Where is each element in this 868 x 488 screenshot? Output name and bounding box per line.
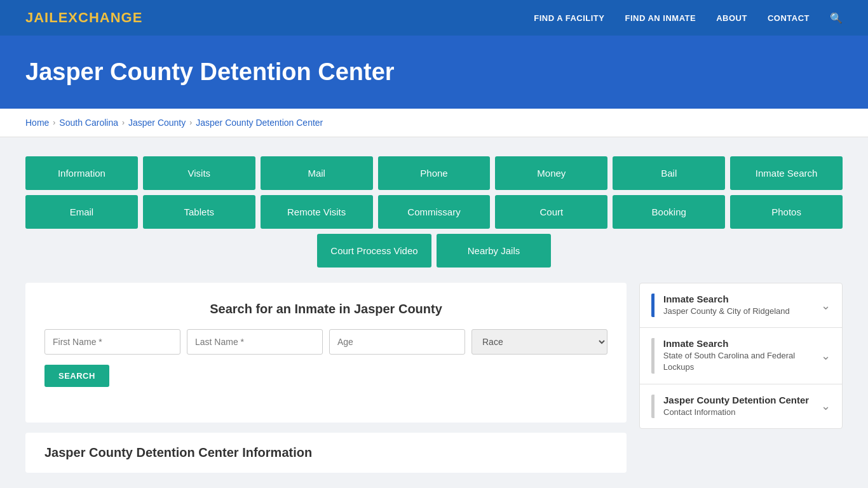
search-button[interactable]: SEARCH <box>44 365 109 387</box>
nav-buttons-row-3: Court Process Video Nearby Jails <box>25 234 843 268</box>
search-box: Search for an Inmate in Jasper County Ra… <box>25 283 627 423</box>
header: JAILEXCHANGE FIND A FACILITY FIND AN INM… <box>0 0 868 36</box>
sidebar-item-subtitle-1: Jasper County & City of Ridgeland <box>663 306 790 317</box>
btn-nearby-jails[interactable]: Nearby Jails <box>437 234 551 268</box>
btn-court[interactable]: Court <box>495 195 607 229</box>
search-icon[interactable]: 🔍 <box>830 12 843 24</box>
breadcrumb-sep-1: › <box>53 118 55 127</box>
sidebar-item-inmate-search-1[interactable]: Inmate Search Jasper County & City of Ri… <box>640 283 842 328</box>
main-wrapper: Information Visits Mail Phone Money Bail… <box>0 137 868 488</box>
sidebar-item-row-2: Inmate Search State of South Carolina an… <box>651 338 821 373</box>
sidebar-item-text-3: Jasper County Detention Center Contact I… <box>663 395 809 418</box>
chevron-icon-2: ⌄ <box>821 349 831 363</box>
search-title: Search for an Inmate in Jasper County <box>44 302 607 316</box>
content-area: Search for an Inmate in Jasper County Ra… <box>25 283 843 473</box>
sidebar-accent-2 <box>651 338 654 373</box>
bottom-info-title: Jasper County Detention Center Informati… <box>44 445 607 460</box>
sidebar-accent-3 <box>651 395 654 418</box>
btn-visits[interactable]: Visits <box>143 156 255 190</box>
chevron-icon-1: ⌄ <box>821 299 831 313</box>
race-select[interactable]: Race White Black Hispanic Asian <box>471 329 607 355</box>
breadcrumb-sep-2: › <box>122 118 125 127</box>
sidebar-item-subtitle-3: Contact Information <box>663 407 809 418</box>
left-column: Search for an Inmate in Jasper County Ra… <box>25 283 627 473</box>
sidebar-item-title-2: Inmate Search <box>663 338 821 349</box>
breadcrumb-county[interactable]: Jasper County <box>128 118 186 128</box>
sidebar-item-title-3: Jasper County Detention Center <box>663 395 809 405</box>
sidebar-item-title-1: Inmate Search <box>663 294 790 304</box>
btn-photos[interactable]: Photos <box>730 195 843 229</box>
breadcrumb-bar: Home › South Carolina › Jasper County › … <box>0 109 868 137</box>
age-input[interactable] <box>329 329 465 355</box>
btn-money[interactable]: Money <box>495 156 607 190</box>
sidebar-item-inmate-search-2[interactable]: Inmate Search State of South Carolina an… <box>640 328 842 384</box>
breadcrumb-current: Jasper County Detention Center <box>196 118 323 128</box>
search-fields: Race White Black Hispanic Asian <box>44 329 607 355</box>
sidebar-card: Inmate Search Jasper County & City of Ri… <box>639 283 843 429</box>
btn-bail[interactable]: Bail <box>613 156 725 190</box>
logo-exchange: EXCHANGE <box>58 10 143 25</box>
breadcrumb-sep-3: › <box>189 118 192 127</box>
logo-jail: JAIL <box>25 10 58 25</box>
nav-about[interactable]: ABOUT <box>716 13 747 23</box>
bottom-info-section: Jasper County Detention Center Informati… <box>25 433 627 473</box>
btn-phone[interactable]: Phone <box>378 156 491 190</box>
btn-information[interactable]: Information <box>25 156 138 190</box>
btn-mail[interactable]: Mail <box>261 156 373 190</box>
btn-remote-visits[interactable]: Remote Visits <box>261 195 373 229</box>
breadcrumb-home[interactable]: Home <box>25 118 49 128</box>
btn-booking[interactable]: Booking <box>613 195 725 229</box>
btn-inmate-search[interactable]: Inmate Search <box>730 156 843 190</box>
breadcrumb: Home › South Carolina › Jasper County › … <box>25 118 843 128</box>
sidebar-item-row-1: Inmate Search Jasper County & City of Ri… <box>651 294 821 317</box>
btn-tablets[interactable]: Tablets <box>143 195 255 229</box>
nav-find-inmate[interactable]: FIND AN INMATE <box>625 13 696 23</box>
sidebar-item-text-1: Inmate Search Jasper County & City of Ri… <box>663 294 790 317</box>
sidebar-item-text-2: Inmate Search State of South Carolina an… <box>663 338 821 373</box>
sidebar-item-row-3: Jasper County Detention Center Contact I… <box>651 395 821 418</box>
first-name-input[interactable] <box>44 329 180 355</box>
nav-buttons-row-1: Information Visits Mail Phone Money Bail… <box>25 156 843 190</box>
nav-buttons-row-2: Email Tablets Remote Visits Commissary C… <box>25 195 843 229</box>
nav-contact[interactable]: CONTACT <box>768 13 810 23</box>
sidebar: Inmate Search Jasper County & City of Ri… <box>639 283 843 429</box>
btn-commissary[interactable]: Commissary <box>378 195 491 229</box>
chevron-icon-3: ⌄ <box>821 399 831 413</box>
main-nav: FIND A FACILITY FIND AN INMATE ABOUT CON… <box>534 12 843 24</box>
sidebar-item-subtitle-2: State of South Carolina and Federal Lock… <box>663 350 821 373</box>
nav-buttons-section: Information Visits Mail Phone Money Bail… <box>25 156 843 268</box>
breadcrumb-sc[interactable]: South Carolina <box>59 118 118 128</box>
btn-court-video[interactable]: Court Process Video <box>317 234 431 268</box>
logo[interactable]: JAILEXCHANGE <box>25 10 142 26</box>
sidebar-item-contact-info[interactable]: Jasper County Detention Center Contact I… <box>640 384 842 428</box>
btn-email[interactable]: Email <box>25 195 138 229</box>
sidebar-accent-1 <box>651 294 654 317</box>
page-title: Jasper County Detention Center <box>25 58 843 86</box>
last-name-input[interactable] <box>187 329 323 355</box>
hero-banner: Jasper County Detention Center <box>0 36 868 109</box>
nav-find-facility[interactable]: FIND A FACILITY <box>534 13 604 23</box>
